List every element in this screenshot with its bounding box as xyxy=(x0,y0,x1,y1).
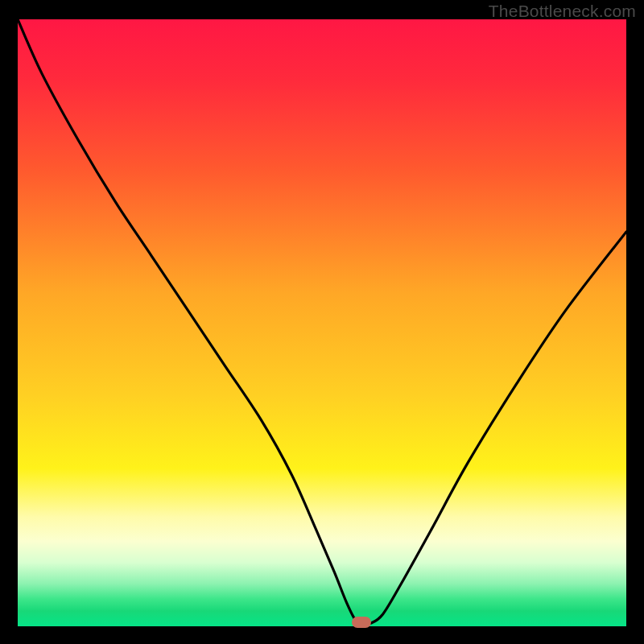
plot-area xyxy=(18,19,626,626)
watermark-text: TheBottleneck.com xyxy=(489,2,636,21)
chart-stage: TheBottleneck.com xyxy=(0,0,644,644)
optimum-marker xyxy=(352,617,371,628)
bottleneck-curve xyxy=(18,19,626,626)
